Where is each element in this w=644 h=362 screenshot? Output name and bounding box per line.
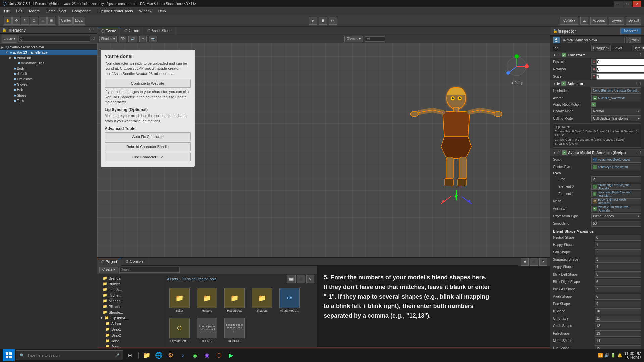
animator-section-header[interactable]: ▼ ▶ ✓ Animator ⋮ ? [550,80,644,87]
maximize-panel-btn[interactable]: ⬛ [530,258,538,266]
collab-button[interactable]: Collab ▾ [560,17,578,25]
taskbar-search[interactable]: 🔍 Type here to search 🎤 [16,350,123,360]
continue-website-button[interactable]: Continue to Website [105,79,191,88]
collapse-project-btn[interactable]: ◼◼ [287,275,296,283]
menu-file[interactable]: File [1,8,13,14]
hierarchy-item-tops[interactable]: ■ Tops [0,98,97,103]
menu-flipside[interactable]: Flipside Creator Tools [95,8,136,14]
blend-value-2[interactable] [595,249,641,255]
blend-input-12[interactable] [596,324,640,328]
tree-item-jess[interactable]: 📁 Jess [97,344,164,347]
taskbar-icon3[interactable]: ⚙ [165,350,176,361]
avatar-model-help-icon[interactable]: ? [639,151,641,155]
tab-asset-store[interactable]: ⬡ Asset Store [143,27,175,35]
blend-value-9[interactable] [595,301,641,307]
tab-console[interactable]: ⬡ Console [121,258,148,266]
minimize-button[interactable]: ─ [614,1,623,7]
chrome-button[interactable]: 🌐 [153,350,164,361]
tree-item-michel[interactable]: 📁 michel... [97,292,164,298]
pause-button[interactable]: ⏸ [319,17,327,25]
rebuild-bundle-button[interactable]: Rebuild Character Bundle [105,142,191,151]
transform-section-header[interactable]: ▼ ⊞ ✓ Transform ⋮ ? [550,52,644,58]
close-project-btn[interactable]: ✕ [306,275,314,283]
blend-value-4[interactable] [595,264,641,270]
project-search-input[interactable] [119,267,180,273]
hierarchy-item-eyelashes[interactable]: ■ Eyelashes [0,76,97,82]
blend-value-6[interactable] [595,279,641,285]
collapse-btn[interactable]: ◼ [521,258,529,266]
notif-icon[interactable]: 🔔 [617,353,622,358]
rot-x-input[interactable] [596,66,644,72]
volume-icon[interactable]: 🔊 [604,353,609,358]
breadcrumb-assets[interactable]: Assets [167,277,178,281]
dimension-dropdown[interactable]: 2D [119,36,126,42]
taskview-button[interactable]: ⊞ [125,350,136,361]
tree-item-slende[interactable]: 📁 Slende... [97,309,164,315]
tab-project[interactable]: ⬡ Project [97,258,121,266]
mesh-ref[interactable]: M Body (Skinned Mesh Renderer) [591,198,641,204]
battery-icon[interactable]: 🔋 [611,353,616,358]
blend-value-1[interactable] [595,242,641,248]
avatar-model-menu-icon[interactable]: ⋮ [635,151,638,155]
taskbar-icon7[interactable]: ⬡ [214,350,224,361]
transform-help-icon[interactable]: ? [639,53,641,57]
animator-menu-icon[interactable]: ⋮ [635,82,638,85]
blend-value-12[interactable] [595,323,641,329]
blend-input-8[interactable] [596,295,640,298]
rotate-tool[interactable]: ↻ [21,17,29,25]
blend-input-2[interactable] [596,250,640,254]
blend-value-13[interactable] [595,330,641,337]
transform-checkbox[interactable]: ✓ [562,53,566,57]
file-item-helpers[interactable]: 📁 Helpers [195,287,219,314]
blend-value-10[interactable] [595,308,641,314]
blend-value-0[interactable] [595,235,641,241]
tree-item-dino1[interactable]: 📁 Dino1 [97,326,164,332]
blend-value-3[interactable] [595,257,641,263]
blend-input-9[interactable] [596,302,640,306]
step-button[interactable]: ⏭ [329,17,337,25]
file-item-flipsidesett[interactable]: ⬡ FlipsideSett... [167,317,192,344]
tree-item-flipsidea[interactable]: ▼ 📁 FlipsideA... [97,315,164,321]
avatar-name-input[interactable] [561,37,625,43]
project-create-btn[interactable]: Create ▾ [99,267,118,273]
scene-view[interactable]: You're done! Your character is ready to … [97,43,550,257]
transform-menu-icon[interactable]: ⋮ [635,53,638,57]
tree-item-builder[interactable]: 📁 Builder [97,281,164,287]
tree-item-brenda[interactable]: 📁 Brenda [97,275,164,281]
menu-component[interactable]: Component [69,8,94,14]
culling-mode-dropdown[interactable]: Cull Update Transforms ▾ [591,115,641,121]
tree-item-jane[interactable]: 📁 Jane [97,338,164,344]
taskbar-icon8[interactable]: ▶ [226,350,236,361]
blend-input-14[interactable] [596,339,640,343]
menu-help[interactable]: Help [156,8,169,14]
scene-camera-btn[interactable]: 📷 [149,36,157,42]
smoothing-value[interactable] [591,221,641,227]
smoothing-input[interactable] [593,222,640,225]
network-icon[interactable]: 📶 [598,353,603,358]
gizmos-btn[interactable]: Gizmos ▾ [344,36,363,42]
file-item-readme[interactable]: Flipside get github get demo README [222,317,247,344]
maximize-project-btn[interactable]: ⬛ [297,275,305,283]
eyes-el1-ref[interactable]: T mixamorig:RightEye_end (Transfo... [591,191,641,197]
blend-input-5[interactable] [596,273,640,276]
tree-item-dino2[interactable]: 📁 Dino2 [97,332,164,338]
avatar-ref[interactable]: A MIchelle_AvaAvatar [591,95,641,101]
file-item-license[interactable]: Lorem ipsum dolor sit amet LICENSE [195,317,219,344]
animator-help-icon[interactable]: ? [639,82,641,85]
file-item-shaders[interactable]: 📁 Shaders [250,287,274,314]
maximize-button[interactable]: □ [623,1,632,7]
eyes-el0-ref[interactable]: T mixamorig:LeftEye_end (Transfo... [591,184,641,190]
scene-audio-btn[interactable]: 🔊 [128,36,137,42]
hierarchy-item-avatar[interactable]: ▼ ■ avatar-23-michelle-ava [0,50,97,55]
play-button[interactable]: ▶ [309,17,317,25]
tab-game[interactable]: ⬡ Game [120,27,143,35]
file-explorer-button[interactable]: 📁 [141,350,152,361]
blend-input-7[interactable] [596,287,640,291]
file-item-avatarmodel[interactable]: C# AvatarMode... [277,287,302,314]
blend-input-11[interactable] [596,317,640,320]
tab-scene[interactable]: ⬡ Scene [97,27,120,35]
shading-dropdown[interactable]: Shaded ▾ [99,36,117,42]
tree-item-minecr[interactable]: 📁 Minecr... [97,298,164,304]
tab-inspector-btn[interactable]: Inspector [620,28,641,34]
layer-dropdown[interactable]: Default ▾ [632,45,644,51]
